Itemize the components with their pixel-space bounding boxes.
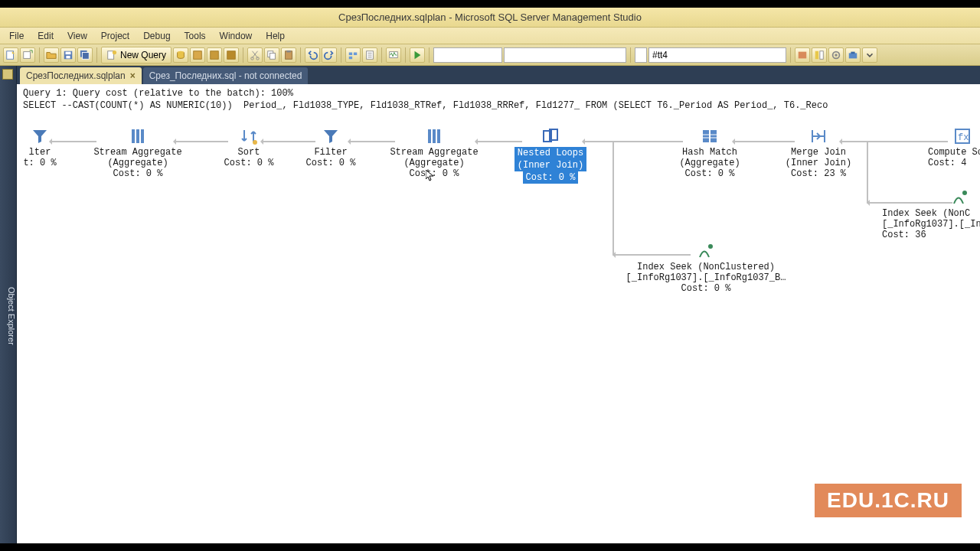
svg-rect-24 xyxy=(799,51,807,58)
open-button[interactable] xyxy=(44,47,59,63)
toolbar-separator xyxy=(243,47,243,63)
properties-button[interactable] xyxy=(362,47,377,63)
db-engine-query-button[interactable] xyxy=(173,47,188,63)
node-label: lter xyxy=(17,147,63,158)
svg-rect-40 xyxy=(703,130,709,142)
plan-node-hash-match[interactable]: Hash Match (Aggregate) Cost: 0 % xyxy=(668,127,752,179)
menu-tools[interactable]: Tools xyxy=(178,29,212,43)
new-query-button[interactable]: New Query xyxy=(101,47,172,64)
plan-header-line2: SELECT --CAST(COUNT(*) AS NUMERIC(10)) P… xyxy=(23,100,828,111)
add-item-button[interactable] xyxy=(20,47,35,63)
cut-button[interactable] xyxy=(247,47,263,63)
svg-rect-19 xyxy=(349,52,352,55)
mouse-cursor xyxy=(426,170,435,182)
node-cost: Cost: 0 % xyxy=(668,168,752,179)
index-seek-icon xyxy=(697,242,715,260)
menu-help[interactable]: Help xyxy=(260,29,291,43)
node-cost: Cost: 0 % xyxy=(92,168,184,179)
plan-node-index-seek-bottom[interactable]: Index Seek (NonClustered) [_InfoRg1037].… xyxy=(622,242,790,294)
node-label: Sort xyxy=(214,147,283,158)
tab-sqlplan[interactable]: СрезПоследних.sqlplan × xyxy=(20,67,142,84)
save-button[interactable] xyxy=(60,47,76,63)
analysis-query-button[interactable] xyxy=(190,47,205,63)
svg-point-34 xyxy=(253,140,257,145)
node-cost: Cost: 0 % xyxy=(622,283,790,294)
watermark: EDU.1C.RU xyxy=(815,484,962,517)
object-explorer-label: Object Explorer xyxy=(7,287,16,345)
object-explorer-button[interactable] xyxy=(812,47,827,63)
solution-button[interactable] xyxy=(345,47,361,63)
menu-edit[interactable]: Edit xyxy=(31,29,60,43)
tab-sql-not-connected[interactable]: Срез_Последних.sql - not connected xyxy=(143,67,309,84)
merge-join-icon xyxy=(809,127,828,145)
menu-debug[interactable]: Debug xyxy=(137,29,176,43)
plan-node-filter[interactable]: Filter Cost: 0 % xyxy=(300,127,361,168)
toolbar-separator xyxy=(429,47,430,63)
new-project-button[interactable] xyxy=(3,47,18,63)
plan-node-merge-join[interactable]: Merge Join (Inner Join) Cost: 23 % xyxy=(776,127,861,179)
toolbar-separator xyxy=(630,47,631,63)
paste-button[interactable] xyxy=(281,47,296,63)
registered-servers-button[interactable] xyxy=(795,47,810,63)
svg-rect-4 xyxy=(66,55,70,58)
node-label: Filter xyxy=(300,147,361,158)
tab-label: СрезПоследних.sqlplan xyxy=(26,70,126,81)
plan-node-compute-scalar[interactable]: fx Compute Sc Cost: 4 xyxy=(928,127,980,168)
undo-button[interactable] xyxy=(305,47,320,63)
svg-rect-11 xyxy=(211,51,219,59)
find-combo[interactable] xyxy=(648,47,786,63)
database-dropdown[interactable] xyxy=(635,47,647,63)
object-explorer-panel[interactable]: Object Explorer xyxy=(0,66,17,543)
node-sub: (Aggregate) xyxy=(668,158,752,168)
plan-header-line1: Query 1: Query cost (relative to the bat… xyxy=(23,88,293,99)
database-combo-1[interactable] xyxy=(433,47,502,63)
toolbar-separator xyxy=(381,47,382,63)
template-explorer-button[interactable] xyxy=(828,47,844,63)
menu-file[interactable]: File xyxy=(3,29,30,43)
node-label: Merge Join xyxy=(776,147,861,158)
node-label: Stream Aggregate xyxy=(92,147,184,158)
svg-rect-26 xyxy=(820,51,823,59)
database-combo-2[interactable] xyxy=(504,47,626,63)
pin-icon[interactable] xyxy=(2,69,13,80)
svg-rect-21 xyxy=(349,56,352,59)
node-cost: Cost: 0 % xyxy=(523,171,579,184)
copy-button[interactable] xyxy=(264,47,279,63)
aggregate-icon xyxy=(425,127,443,145)
more-windows-button[interactable] xyxy=(862,47,877,63)
menu-project[interactable]: Project xyxy=(95,29,136,43)
toolbar-separator xyxy=(39,47,40,63)
node-cost: Cost: 0 % xyxy=(214,158,283,168)
title-bar: СрезПоследних.sqlplan - Microsoft SQL Se… xyxy=(0,8,980,28)
node-label: Nested Loops xyxy=(514,147,586,159)
plan-node-sort[interactable]: Sort Cost: 0 % xyxy=(214,127,283,168)
menu-window[interactable]: Window xyxy=(214,29,259,43)
activity-monitor-button[interactable] xyxy=(386,47,401,63)
body-row: Object Explorer СрезПоследних.sqlplan × … xyxy=(0,66,980,543)
mdx-query-button[interactable] xyxy=(207,47,222,63)
plan-connector xyxy=(612,142,614,256)
menu-view[interactable]: View xyxy=(61,29,93,43)
redo-button[interactable] xyxy=(322,47,337,63)
node-sub: (Inner Join) xyxy=(776,158,861,168)
plan-node-stream-aggregate-1[interactable]: Stream Aggregate (Aggregate) Cost: 0 % xyxy=(92,127,184,179)
close-icon[interactable]: × xyxy=(130,70,136,81)
execute-button[interactable] xyxy=(410,47,425,63)
node-label: Compute Sc xyxy=(928,147,980,158)
toolbox-button[interactable] xyxy=(845,47,861,63)
svg-point-44 xyxy=(962,191,967,195)
bottom-black-bar xyxy=(0,543,980,551)
node-sub: (Aggregate) xyxy=(92,158,184,168)
xmla-query-button[interactable] xyxy=(224,47,239,63)
node-sub: [_InfoRg1037].[_In xyxy=(882,219,980,230)
svg-rect-41 xyxy=(710,130,717,142)
svg-rect-16 xyxy=(270,53,275,59)
plan-node-nested-loops[interactable]: Nested Loops (Inner Join) Cost: 0 % xyxy=(508,127,593,184)
save-all-button[interactable] xyxy=(77,47,93,63)
svg-rect-29 xyxy=(849,53,858,58)
plan-node-filter-left[interactable]: lter t: 0 % xyxy=(17,127,63,168)
plan-node-index-seek-top[interactable]: Index Seek (NonC [_InfoRg1037].[_In Cost… xyxy=(882,188,980,240)
new-query-label: New Query xyxy=(120,50,166,60)
execution-plan-viewer[interactable]: Query 1: Query cost (relative to the bat… xyxy=(17,84,980,543)
node-label: Hash Match xyxy=(668,147,752,158)
